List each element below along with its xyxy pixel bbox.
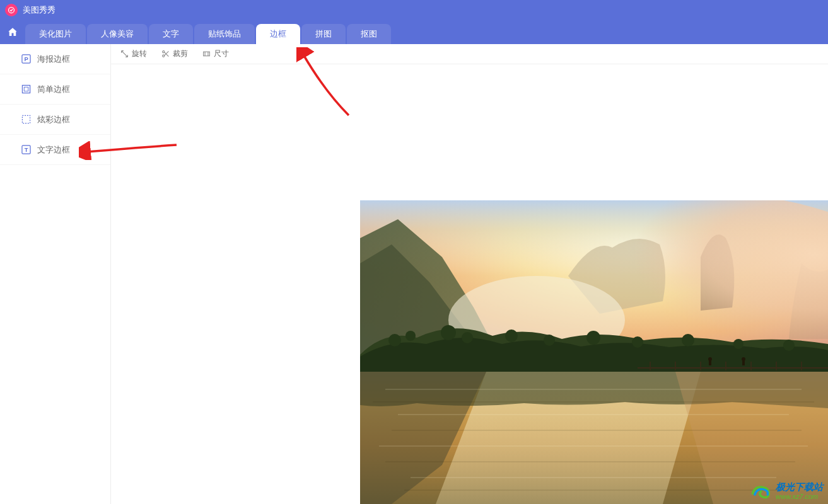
tool-label: 旋转 bbox=[132, 49, 147, 59]
home-tab[interactable] bbox=[0, 20, 25, 44]
tab-label: 拼图 bbox=[315, 28, 332, 40]
tab-label: 人像美容 bbox=[101, 28, 134, 40]
main-tabs: 美化图片 人像美容 文字 贴纸饰品 边框 拼图 抠图 bbox=[0, 20, 828, 44]
scissors-icon bbox=[161, 50, 170, 59]
svg-point-9 bbox=[162, 55, 164, 57]
editor-toolbar: 旋转 裁剪 尺寸 bbox=[111, 44, 828, 64]
title-bar: 美图秀秀 bbox=[0, 0, 828, 20]
svg-point-22 bbox=[632, 336, 643, 348]
tab-text[interactable]: 文字 bbox=[149, 24, 193, 44]
watermark-title: 极光下载站 bbox=[776, 482, 823, 493]
svg-point-24 bbox=[733, 339, 743, 349]
svg-point-21 bbox=[586, 331, 600, 345]
svg-point-18 bbox=[462, 332, 473, 343]
size-button[interactable]: 尺寸 bbox=[202, 49, 229, 59]
t-icon: T bbox=[21, 145, 31, 154]
watermark-url: www.xz7.com bbox=[776, 493, 823, 500]
svg-text:T: T bbox=[25, 147, 28, 153]
tab-label: 美化图片 bbox=[39, 28, 72, 40]
svg-point-8 bbox=[162, 51, 164, 53]
sidebar-item-label: 海报边框 bbox=[37, 54, 70, 65]
svg-text:P: P bbox=[24, 56, 28, 62]
svg-point-25 bbox=[783, 340, 795, 351]
sidebar-item-color-frame[interactable]: 炫彩边框 bbox=[0, 105, 110, 135]
watermark: 极光下载站 www.xz7.com bbox=[750, 482, 823, 500]
sidebar-item-poster-frame[interactable]: P 海报边框 bbox=[0, 44, 110, 74]
tab-portrait[interactable]: 人像美容 bbox=[87, 24, 148, 44]
canvas-area[interactable] bbox=[111, 64, 828, 504]
sidebar-item-label: 炫彩边框 bbox=[37, 114, 70, 125]
crop-button[interactable]: 裁剪 bbox=[161, 49, 188, 59]
app-logo-icon bbox=[5, 4, 18, 16]
tab-label: 贴纸饰品 bbox=[208, 28, 241, 40]
square-icon bbox=[21, 84, 31, 94]
svg-rect-44 bbox=[709, 360, 711, 365]
main-area: P 海报边框 简单边框 炫彩边框 T 文字边框 bbox=[0, 44, 828, 504]
svg-point-17 bbox=[441, 325, 456, 340]
tool-label: 尺寸 bbox=[214, 49, 229, 59]
rotate-icon bbox=[120, 50, 129, 59]
svg-rect-46 bbox=[742, 360, 745, 365]
home-icon bbox=[7, 26, 18, 38]
tab-cutout[interactable]: 抠图 bbox=[347, 24, 391, 44]
tab-label: 边框 bbox=[270, 28, 286, 40]
p-icon: P bbox=[21, 54, 31, 64]
sidebar-item-label: 文字边框 bbox=[37, 144, 70, 156]
sidebar-item-label: 简单边框 bbox=[37, 84, 70, 95]
sidebar-item-simple-frame[interactable]: 简单边框 bbox=[0, 74, 110, 105]
size-icon bbox=[202, 50, 211, 59]
svg-point-20 bbox=[544, 335, 555, 346]
app-title: 美图秀秀 bbox=[23, 4, 55, 16]
svg-point-15 bbox=[388, 334, 401, 346]
tab-label: 文字 bbox=[163, 28, 179, 40]
tool-label: 裁剪 bbox=[173, 49, 188, 59]
tab-label: 抠图 bbox=[361, 28, 377, 40]
svg-point-23 bbox=[682, 334, 694, 346]
tab-collage[interactable]: 拼图 bbox=[301, 24, 346, 44]
editor-content: 旋转 裁剪 尺寸 bbox=[111, 44, 828, 504]
canvas-image[interactable] bbox=[360, 200, 828, 504]
watermark-swirl-icon bbox=[750, 483, 772, 500]
annotation-arrow-icon bbox=[79, 141, 180, 160]
svg-point-16 bbox=[405, 331, 416, 341]
frame-sidebar: P 海报边框 简单边框 炫彩边框 T 文字边框 bbox=[0, 44, 111, 504]
svg-rect-3 bbox=[22, 85, 30, 93]
svg-point-19 bbox=[505, 329, 518, 342]
annotation-arrow-icon bbox=[296, 47, 356, 120]
rotate-button[interactable]: 旋转 bbox=[120, 49, 147, 59]
tab-beautify[interactable]: 美化图片 bbox=[25, 24, 86, 44]
tab-sticker[interactable]: 贴纸饰品 bbox=[194, 24, 255, 44]
dashed-square-icon bbox=[21, 115, 31, 124]
svg-rect-5 bbox=[22, 115, 30, 123]
svg-rect-4 bbox=[24, 87, 28, 91]
svg-rect-10 bbox=[203, 52, 209, 56]
tab-frame[interactable]: 边框 bbox=[256, 24, 300, 44]
